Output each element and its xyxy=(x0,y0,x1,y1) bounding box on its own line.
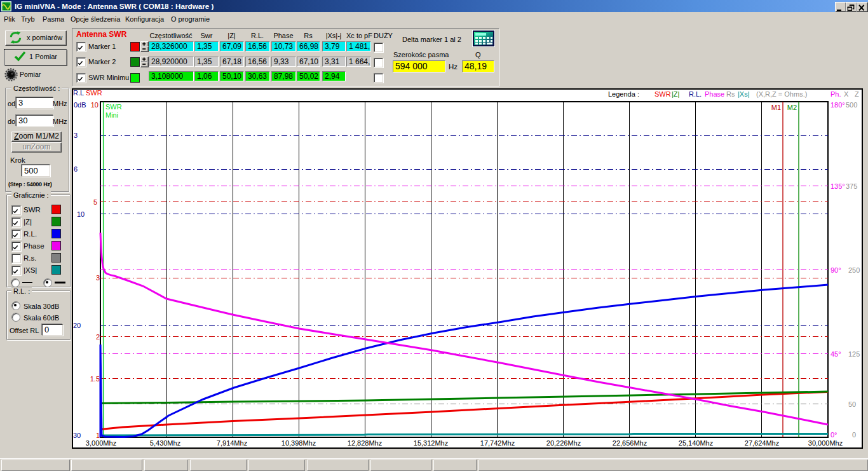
svg-text:Rs: Rs xyxy=(726,90,735,98)
svg-text:Legenda :: Legenda : xyxy=(608,90,639,98)
svg-text:0°: 0° xyxy=(831,431,837,439)
svg-text:M1: M1 xyxy=(771,104,781,111)
svg-text:1: 1 xyxy=(96,432,100,439)
svg-text:25,140Mhz: 25,140Mhz xyxy=(679,439,713,447)
svg-text:27,624Mhz: 27,624Mhz xyxy=(745,439,779,447)
svg-text:|Xs|: |Xs| xyxy=(738,90,750,98)
svg-text:500: 500 xyxy=(846,101,857,109)
svg-text:90°: 90° xyxy=(831,266,841,274)
svg-text:SWR: SWR xyxy=(86,89,102,97)
svg-text:375: 375 xyxy=(846,182,857,190)
svg-text:5: 5 xyxy=(93,198,97,206)
svg-text:|Z|: |Z| xyxy=(672,90,679,98)
svg-text:10,398Mhz: 10,398Mhz xyxy=(281,439,316,447)
svg-text:0dB: 0dB xyxy=(74,101,86,109)
svg-text:30,000Mhz: 30,000Mhz xyxy=(808,439,843,447)
svg-text:125: 125 xyxy=(848,350,860,358)
svg-text:20: 20 xyxy=(73,322,81,329)
svg-text:Phase: Phase xyxy=(705,90,724,98)
svg-text:50: 50 xyxy=(848,400,856,408)
svg-text:SWR: SWR xyxy=(654,90,671,98)
svg-text:Z: Z xyxy=(855,90,859,98)
svg-text:R.L: R.L xyxy=(73,89,84,97)
svg-text:(X,R,Z = Ohms.): (X,R,Z = Ohms.) xyxy=(756,90,807,98)
svg-text:15,312Mhz: 15,312Mhz xyxy=(414,439,448,447)
svg-text:5,430Mhz: 5,430Mhz xyxy=(150,439,180,447)
svg-text:3,000Mhz: 3,000Mhz xyxy=(86,439,116,447)
svg-text:Ph.: Ph. xyxy=(831,90,841,98)
svg-text:X: X xyxy=(844,90,849,98)
svg-text:20,226Mhz: 20,226Mhz xyxy=(546,439,581,447)
svg-text:30: 30 xyxy=(73,432,81,439)
svg-text:1.5: 1.5 xyxy=(90,375,100,383)
svg-text:SWR: SWR xyxy=(105,103,122,111)
svg-text:2: 2 xyxy=(96,333,100,341)
svg-text:M2: M2 xyxy=(787,104,797,111)
svg-text:10: 10 xyxy=(91,101,98,109)
svg-text:17,742Mhz: 17,742Mhz xyxy=(480,439,515,447)
svg-text:12,828Mhz: 12,828Mhz xyxy=(348,439,382,447)
svg-text:6: 6 xyxy=(74,165,78,173)
svg-text:250: 250 xyxy=(848,266,860,274)
svg-text:10: 10 xyxy=(77,210,85,218)
svg-text:3: 3 xyxy=(96,274,100,282)
svg-text:R.L.: R.L. xyxy=(689,90,702,98)
svg-text:22,656Mhz: 22,656Mhz xyxy=(613,439,647,447)
svg-text:Mini: Mini xyxy=(105,111,118,119)
svg-text:135°: 135° xyxy=(831,182,845,190)
svg-text:7,914Mhz: 7,914Mhz xyxy=(217,439,247,447)
svg-text:45°: 45° xyxy=(831,350,841,358)
svg-text:3: 3 xyxy=(74,132,78,139)
svg-text:0: 0 xyxy=(852,431,856,439)
svg-text:180°: 180° xyxy=(831,101,845,109)
